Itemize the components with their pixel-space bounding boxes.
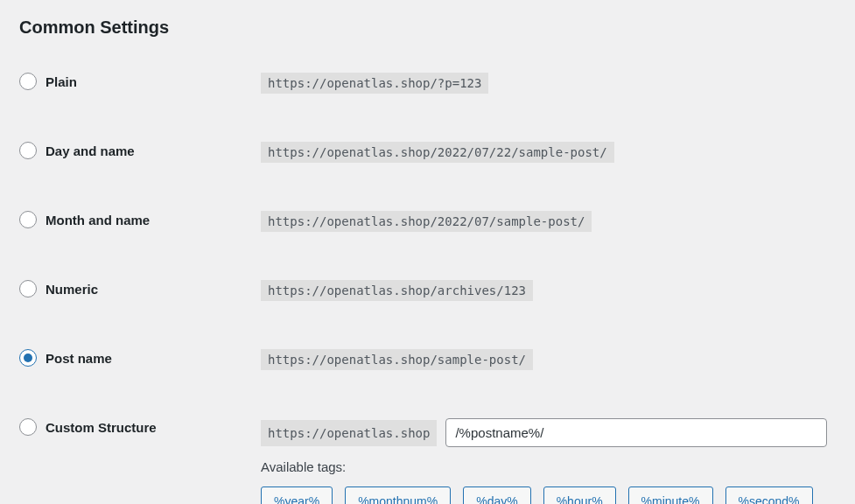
tag-monthnum-button[interactable]: %monthnum% <box>345 486 451 504</box>
radio-day-name[interactable] <box>19 142 37 159</box>
tag-hour-button[interactable]: %hour% <box>543 486 616 504</box>
radio-post-name[interactable] <box>19 349 37 367</box>
option-row-plain: Plain https://openatlas.shop/?p=123 <box>19 73 836 94</box>
tag-year-button[interactable]: %year% <box>261 486 333 504</box>
sample-plain: https://openatlas.shop/?p=123 <box>261 73 488 94</box>
label-post-name[interactable]: Post name <box>46 351 112 366</box>
label-numeric[interactable]: Numeric <box>46 282 98 297</box>
option-row-numeric: Numeric https://openatlas.shop/archives/… <box>19 280 836 301</box>
tags-row: %year% %monthnum% %day% %hour% %minute% … <box>261 486 836 504</box>
custom-prefix: https://openatlas.shop <box>261 420 437 446</box>
tag-second-button[interactable]: %second% <box>725 486 813 504</box>
tag-day-button[interactable]: %day% <box>463 486 530 504</box>
label-month-name[interactable]: Month and name <box>46 213 150 228</box>
radio-plain[interactable] <box>19 73 37 90</box>
option-row-day-name: Day and name https://openatlas.shop/2022… <box>19 142 836 163</box>
option-row-custom: Custom Structure https://openatlas.shop … <box>19 418 836 504</box>
custom-structure-input[interactable] <box>445 418 827 447</box>
label-plain[interactable]: Plain <box>46 74 77 89</box>
label-day-name[interactable]: Day and name <box>46 144 135 158</box>
option-row-post-name: Post name https://openatlas.shop/sample-… <box>19 349 836 370</box>
section-title: Common Settings <box>19 18 836 38</box>
tag-minute-button[interactable]: %minute% <box>628 486 713 504</box>
sample-day-name: https://openatlas.shop/2022/07/22/sample… <box>261 142 614 163</box>
radio-numeric[interactable] <box>19 280 37 298</box>
radio-custom[interactable] <box>19 418 37 436</box>
sample-numeric: https://openatlas.shop/archives/123 <box>261 280 533 301</box>
radio-month-name[interactable] <box>19 211 37 228</box>
available-tags-label: Available tags: <box>261 459 836 474</box>
option-row-month-name: Month and name https://openatlas.shop/20… <box>19 211 836 232</box>
sample-post-name: https://openatlas.shop/sample-post/ <box>261 349 533 370</box>
label-custom[interactable]: Custom Structure <box>46 420 157 435</box>
sample-month-name: https://openatlas.shop/2022/07/sample-po… <box>261 211 592 232</box>
